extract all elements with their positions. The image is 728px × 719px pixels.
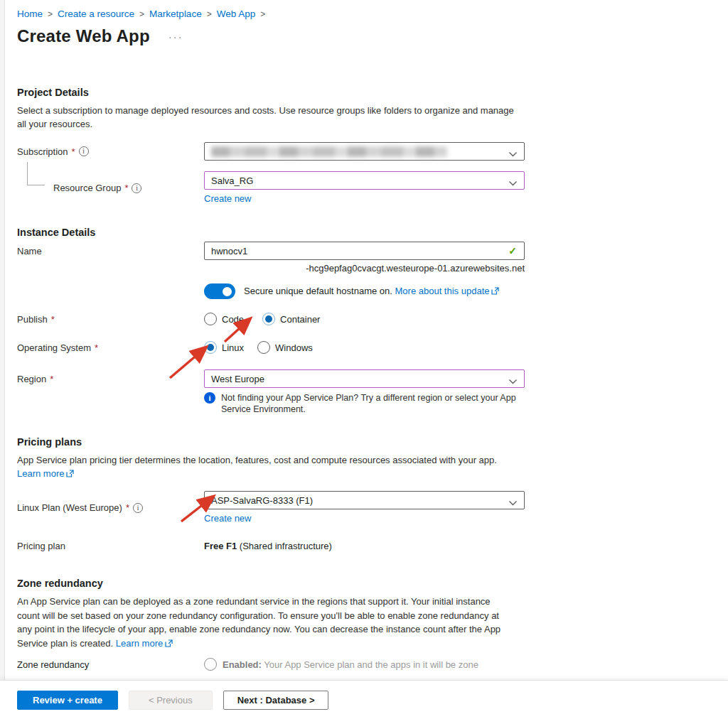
chevron-down-icon bbox=[508, 149, 518, 160]
breadcrumb-web-app[interactable]: Web App bbox=[217, 9, 256, 19]
pricing-learn-more-link[interactable]: Learn more bbox=[17, 468, 64, 479]
zone-redundancy-row-label: Zone redundancy bbox=[17, 659, 89, 670]
name-input[interactable]: hwnocv1 ✓ bbox=[204, 242, 525, 260]
linux-plan-label: Linux Plan (West Europe) bbox=[17, 502, 122, 513]
required-asterisk: * bbox=[95, 342, 98, 353]
hostname-suffix: -hcg9epfag0cvacgt.westeurope-01.azureweb… bbox=[204, 263, 525, 274]
required-asterisk: * bbox=[51, 314, 55, 325]
region-value: West Europe bbox=[211, 374, 264, 384]
blade-left-edge bbox=[0, 0, 5, 719]
external-link-icon bbox=[165, 637, 173, 652]
publish-code-label: Code bbox=[222, 314, 244, 325]
required-asterisk: * bbox=[72, 146, 75, 157]
required-asterisk: * bbox=[50, 374, 53, 384]
publish-container-label: Container bbox=[280, 314, 320, 325]
radio-disabled-icon bbox=[204, 658, 217, 671]
publish-container-radio[interactable]: Container bbox=[262, 313, 320, 325]
previous-button[interactable]: < Previous bbox=[129, 691, 213, 710]
region-dropdown[interactable]: West Europe bbox=[204, 369, 525, 388]
required-asterisk: * bbox=[126, 502, 129, 513]
external-link-icon bbox=[66, 467, 74, 480]
required-asterisk: * bbox=[124, 183, 128, 193]
name-label: Name bbox=[17, 246, 42, 256]
chevron-down-icon bbox=[508, 498, 518, 509]
pricing-plan-value-bold: Free F1 bbox=[204, 541, 237, 551]
breadcrumb: Home>Create a resource>Marketplace>Web A… bbox=[17, 0, 525, 19]
subscription-label: Subscription bbox=[17, 146, 68, 157]
project-details-description: Select a subscription to manage deployed… bbox=[17, 104, 516, 131]
breadcrumb-separator: > bbox=[207, 9, 212, 19]
pricing-plan-label: Pricing plan bbox=[17, 541, 65, 551]
os-linux-label: Linux bbox=[222, 342, 244, 353]
resource-group-dropdown[interactable]: Salva_RG bbox=[204, 171, 525, 190]
more-about-update-link[interactable]: More about this update bbox=[395, 286, 490, 296]
zone-redundancy-heading: Zone redundancy bbox=[17, 578, 525, 589]
zone-enabled-bold: Enabled: bbox=[223, 659, 262, 670]
os-linux-radio[interactable]: Linux bbox=[204, 341, 244, 354]
zone-learn-more-link[interactable]: Learn more bbox=[116, 638, 163, 649]
pricing-plan-value-rest: (Shared infrastructure) bbox=[237, 541, 332, 551]
redacted-subscription-value bbox=[211, 146, 447, 157]
radio-selected-icon bbox=[262, 313, 275, 325]
resource-group-label: Resource Group bbox=[53, 183, 121, 193]
external-link-icon bbox=[491, 286, 499, 297]
breadcrumb-home[interactable]: Home bbox=[17, 9, 43, 19]
zone-redundancy-description: An App Service plan can be deployed as a… bbox=[17, 595, 515, 651]
breadcrumb-create-a-resource[interactable]: Create a resource bbox=[58, 9, 134, 19]
instance-details-heading: Instance Details bbox=[17, 227, 525, 238]
create-web-app-blade: Home>Create a resource>Marketplace>Web A… bbox=[0, 0, 728, 719]
create-new-plan-link[interactable]: Create new bbox=[204, 513, 251, 524]
info-filled-icon: i bbox=[204, 392, 215, 404]
region-label: Region bbox=[17, 374, 46, 384]
info-icon[interactable]: i bbox=[132, 183, 141, 193]
operating-system-label: Operating System bbox=[17, 342, 91, 353]
create-new-resource-group-link[interactable]: Create new bbox=[204, 193, 251, 204]
breadcrumb-separator: > bbox=[139, 9, 144, 19]
zone-enabled-rest: Your App Service plan and the apps in it… bbox=[264, 659, 478, 670]
os-windows-label: Windows bbox=[275, 342, 313, 353]
page-title: Create Web App bbox=[17, 26, 150, 46]
more-menu-button[interactable]: ··· bbox=[168, 31, 183, 43]
radio-selected-icon bbox=[204, 341, 217, 354]
breadcrumb-separator: > bbox=[260, 9, 265, 19]
pricing-plans-heading: Pricing plans bbox=[17, 436, 525, 448]
pricing-plans-description: App Service plan pricing tier determines… bbox=[17, 453, 524, 467]
linux-plan-value: ASP-SalvaRG-8333 (F1) bbox=[211, 495, 313, 506]
project-details-heading: Project Details bbox=[17, 87, 525, 98]
breadcrumb-separator: > bbox=[48, 9, 53, 19]
secure-hostname-text: Secure unique default hostname on. bbox=[244, 286, 392, 296]
secure-hostname-toggle[interactable] bbox=[204, 283, 235, 299]
info-icon[interactable]: i bbox=[79, 146, 89, 156]
chevron-down-icon bbox=[508, 178, 518, 189]
zone-redundancy-text: An App Service plan can be deployed as a… bbox=[17, 596, 500, 649]
os-windows-radio[interactable]: Windows bbox=[257, 341, 313, 354]
info-icon[interactable]: i bbox=[133, 503, 143, 513]
chevron-down-icon bbox=[508, 377, 518, 387]
radio-icon bbox=[204, 313, 217, 325]
resource-group-value: Salva_RG bbox=[211, 175, 253, 186]
subscription-connector-line bbox=[27, 162, 45, 185]
linux-plan-dropdown[interactable]: ASP-SalvaRG-8333 (F1) bbox=[204, 491, 525, 509]
publish-label: Publish bbox=[17, 314, 48, 325]
region-note: Not finding your App Service Plan? Try a… bbox=[221, 392, 525, 415]
name-value: hwnocv1 bbox=[211, 246, 247, 256]
zone-enabled-radio[interactable]: Enabled: Your App Service plan and the a… bbox=[204, 658, 531, 671]
review-create-button[interactable]: Review + create bbox=[17, 691, 118, 710]
breadcrumb-marketplace[interactable]: Marketplace bbox=[149, 9, 202, 19]
subscription-dropdown[interactable] bbox=[204, 142, 525, 161]
valid-check-icon: ✓ bbox=[508, 245, 517, 256]
radio-icon bbox=[257, 341, 270, 354]
next-database-button[interactable]: Next : Database > bbox=[223, 691, 329, 710]
wizard-footer: Review + create < Previous Next : Databa… bbox=[0, 680, 728, 719]
publish-code-radio[interactable]: Code bbox=[204, 313, 244, 325]
